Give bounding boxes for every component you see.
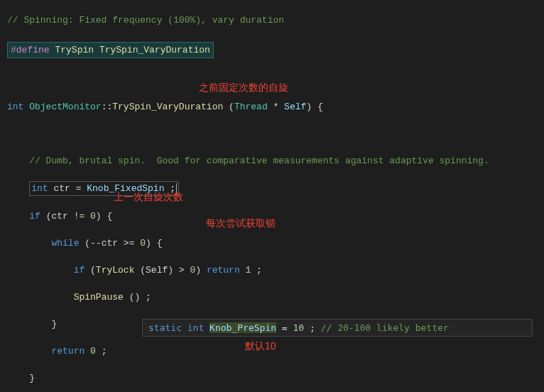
tooltip-symbol: Knob_PreSpin: [210, 322, 276, 333]
code-line: int ctr = Knob_FixedSpin ;: [7, 181, 537, 196]
code-line: SpinPause () ;: [7, 290, 537, 304]
annotation-default10: 默认10: [245, 339, 276, 353]
code-comment: // Spinning: Fixed frequency (100%), var…: [7, 15, 284, 26]
code-line: // Dumb, brutal spin. Good for comparati…: [7, 154, 537, 168]
code-line: while (--ctr >= 0) {: [7, 236, 537, 250]
hover-tooltip: static int Knob_PreSpin = 10 ; // 20-100…: [142, 319, 533, 337]
annotation-trylock: 每次尝试获取锁: [206, 217, 276, 230]
tooltip-keyword: static: [148, 322, 182, 333]
annotation-prev-spin: 上一次自旋次数: [114, 190, 183, 204]
code-line: }: [7, 371, 537, 385]
annotation-fixed-spin: 之前固定次数的自旋: [199, 81, 288, 94]
code-line: if (TryLock (Self) > 0) return 1 ;: [7, 263, 537, 277]
code-line: #define TrySpin TrySpin_VaryDuration: [7, 40, 537, 60]
code-line: int ObjectMonitor::TrySpin_VaryDuration …: [7, 100, 537, 114]
blank-line: [7, 127, 537, 141]
code-line: // Spinning: Fixed frequency (100%), var…: [7, 13, 537, 27]
define-highlight: #define TrySpin TrySpin_VaryDuration: [7, 42, 214, 58]
